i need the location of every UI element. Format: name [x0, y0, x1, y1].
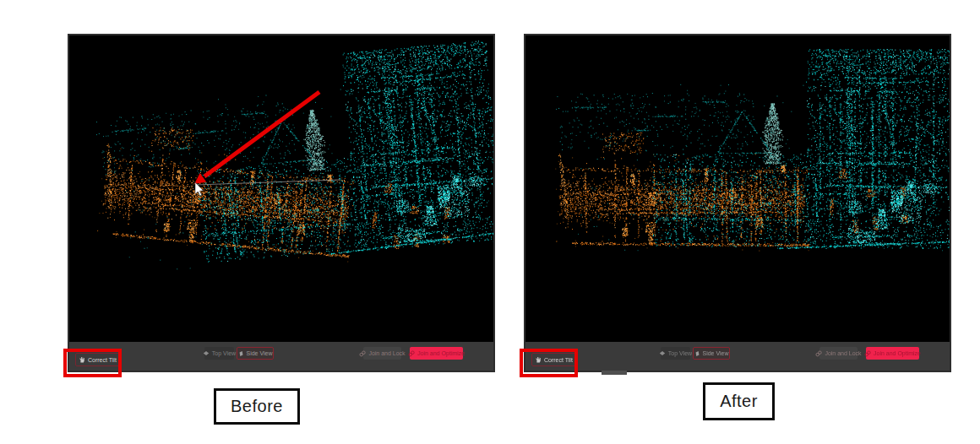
- viewer-toolbar: Correct Tilt Top View Side View Join and…: [525, 342, 950, 371]
- join-and-optimize-label: Join and Optimize: [874, 350, 921, 356]
- join-and-optimize-label: Join and Optimize: [417, 350, 465, 356]
- join-and-lock-button[interactable]: Join and Lock: [363, 347, 401, 360]
- top-view-label: Top View: [212, 350, 236, 356]
- correct-tilt-button[interactable]: Correct Tilt: [75, 353, 120, 366]
- before-caption: Before: [214, 388, 300, 425]
- top-view-icon: [203, 350, 210, 356]
- hand-icon: [535, 356, 542, 363]
- point-cloud-viewport-before[interactable]: [69, 35, 493, 344]
- after-caption-label: After: [720, 392, 758, 411]
- side-view-button[interactable]: Side View: [693, 347, 730, 360]
- join-and-lock-label: Join and Lock: [825, 350, 861, 356]
- hand-icon: [79, 356, 85, 363]
- top-view-button[interactable]: Top View: [204, 347, 234, 360]
- viewer-panel-after: Correct Tilt Top View Side View Join and…: [524, 34, 951, 372]
- viewer-toolbar: Correct Tilt Top View Side View Join and…: [69, 342, 493, 371]
- join-lock-icon: [815, 350, 822, 357]
- point-cloud-viewport-after[interactable]: [525, 35, 950, 344]
- side-view-button[interactable]: Side View: [237, 347, 274, 360]
- join-and-optimize-button[interactable]: Join and Optimize: [866, 347, 919, 360]
- correct-tilt-button[interactable]: Correct Tilt: [531, 353, 576, 366]
- after-caption: After: [703, 382, 775, 420]
- top-view-button[interactable]: Top View: [661, 347, 690, 360]
- before-caption-label: Before: [231, 397, 283, 416]
- correct-tilt-label: Correct Tilt: [88, 357, 117, 363]
- side-view-icon: [238, 350, 244, 357]
- side-view-label: Side View: [703, 350, 729, 356]
- join-lock-icon: [359, 350, 366, 357]
- top-view-label: Top View: [668, 350, 692, 356]
- side-view-label: Side View: [247, 350, 273, 356]
- viewer-panel-before: Correct Tilt Top View Side View Join and…: [68, 34, 495, 372]
- join-optimize-icon: [864, 350, 871, 357]
- join-and-lock-button[interactable]: Join and Lock: [819, 347, 858, 360]
- top-view-icon: [659, 350, 666, 356]
- correct-tilt-label: Correct Tilt: [544, 357, 573, 363]
- join-optimize-icon: [408, 350, 415, 357]
- join-and-optimize-button[interactable]: Join and Optimize: [410, 347, 463, 360]
- side-view-icon: [694, 350, 700, 357]
- join-and-lock-label: Join and Lock: [368, 350, 405, 356]
